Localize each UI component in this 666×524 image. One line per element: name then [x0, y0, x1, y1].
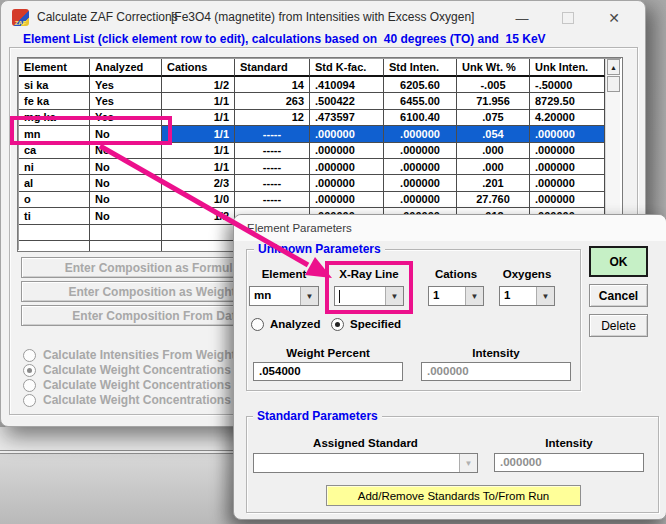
oxygens-dropdown-value: 1 — [500, 287, 536, 305]
table-cell: No — [90, 192, 162, 208]
cations-dropdown-value: 1 — [429, 287, 465, 305]
table-cell: -.005 — [457, 77, 530, 93]
table-row[interactable]: fe kaYes1/1263.5004226455.0071.9568729.5… — [19, 93, 606, 109]
specified-radio[interactable]: Specified — [331, 317, 401, 331]
table-cell: .410094 — [310, 77, 384, 93]
calc-mode-radio-3[interactable]: Calculate Weight Concentrations Fr — [23, 378, 246, 392]
chevron-down-icon[interactable]: ▼ — [465, 287, 483, 305]
standard-intensity-label: Intensity — [494, 437, 644, 449]
table-cell: 1/1 — [162, 159, 235, 175]
table-cell: .000000 — [530, 192, 605, 208]
table-cell: 14 — [235, 77, 310, 93]
standard-intensity-field[interactable]: .000000 — [494, 453, 644, 472]
specified-radio-label: Specified — [350, 318, 401, 330]
dialog-title-bar[interactable]: Element Parameters — [234, 215, 666, 241]
maximize-icon[interactable] — [551, 7, 585, 29]
analyzed-radio-label: Analyzed — [270, 318, 321, 330]
cations-dropdown[interactable]: 1 ▼ — [428, 286, 484, 306]
chevron-down-icon: ▼ — [459, 454, 477, 472]
table-cell: .000000 — [384, 126, 457, 142]
table-cell: o — [19, 192, 90, 208]
calc-mode-radio-2[interactable]: Calculate Weight Concentrations Fr — [23, 363, 246, 377]
table-cell: ----- — [235, 143, 310, 159]
table-cell: ni — [19, 159, 90, 175]
table-cell: 2/3 — [162, 175, 235, 191]
assigned-standard-value — [254, 454, 459, 472]
table-cell: 1/1 — [162, 126, 235, 142]
chevron-down-icon[interactable]: ▼ — [300, 287, 318, 305]
scrollbar-up-icon[interactable]: ▲ — [607, 59, 620, 75]
element-dropdown[interactable]: mn ▼ — [249, 286, 319, 306]
table-cell: .000000 — [530, 143, 605, 159]
minimize-icon[interactable]: — — [505, 7, 539, 29]
table-cell: No — [90, 159, 162, 175]
radio-icon — [23, 379, 36, 392]
calc-mode-radio-label: Calculate Weight Concentrations Fr — [43, 393, 246, 407]
table-header-row: ElementAnalyzedCationsStandardStd K-fac.… — [19, 59, 606, 77]
table-cell: -.50000 — [530, 77, 605, 93]
assigned-standard-dropdown[interactable]: ▼ — [253, 453, 478, 473]
table-cell: .000000 — [384, 175, 457, 191]
table-cell: 1/1 — [162, 143, 235, 159]
table-cell: 6100.40 — [384, 110, 457, 126]
table-cell: .500422 — [310, 93, 384, 109]
table-header-cell: Unk Wt. % — [457, 59, 530, 77]
calc-mode-radio-4[interactable]: Calculate Weight Concentrations Fr — [23, 393, 246, 407]
radio-icon — [23, 364, 36, 377]
table-cell: al — [19, 175, 90, 191]
table-row[interactable]: alNo2/3-----.000000.000000.201.000000 — [19, 175, 606, 191]
close-icon[interactable]: ✕ — [597, 7, 631, 29]
element-list-group-title: Element List (click element row to edit)… — [19, 32, 550, 46]
title-bar[interactable]: ZAF Calculate ZAF Corrections [Fe3O4 (ma… — [1, 1, 645, 33]
table-cell: 71.956 — [457, 93, 530, 109]
calc-mode-radio-1[interactable]: Calculate Intensities From Weight C — [23, 348, 247, 362]
table-cell — [90, 225, 162, 241]
table-cell: ----- — [235, 175, 310, 191]
table-cell — [19, 225, 90, 241]
table-cell: .000 — [457, 159, 530, 175]
table-cell: .201 — [457, 175, 530, 191]
table-cell: .473597 — [310, 110, 384, 126]
table-cell: .000000 — [384, 192, 457, 208]
table-cell: .000 — [457, 143, 530, 159]
table-cell: 1/0 — [162, 192, 235, 208]
table-header-cell: Cations — [162, 59, 235, 77]
scrollbar-thumb[interactable] — [607, 76, 620, 92]
table-cell — [162, 241, 235, 251]
cancel-button[interactable]: Cancel — [589, 284, 648, 307]
table-cell: 6205.60 — [384, 77, 457, 93]
unknown-intensity-field[interactable]: .000000 — [421, 362, 571, 381]
table-row[interactable]: si kaYes1/214.4100946205.60-.005-.50000 — [19, 77, 606, 93]
add-remove-standards-button[interactable]: Add/Remove Standards To/From Run — [326, 485, 581, 506]
annotation-rect-xray-line — [325, 261, 413, 314]
table-cell: ----- — [235, 159, 310, 175]
table-cell: .000000 — [310, 159, 384, 175]
table-header-cell: Std K-fac. — [310, 59, 384, 77]
table-cell: 6455.00 — [384, 93, 457, 109]
delete-button[interactable]: Delete — [589, 314, 648, 337]
weight-percent-field[interactable]: .054000 — [253, 362, 403, 381]
element-parameters-dialog: Element Parameters Unknown Parameters El… — [233, 214, 666, 520]
table-cell: 1/2 — [162, 208, 235, 224]
table-header-cell: Element — [19, 59, 90, 77]
table-row[interactable]: niNo1/1-----.000000.000000.000.000000 — [19, 159, 606, 175]
ok-button[interactable]: OK — [589, 246, 648, 277]
oxygens-dropdown[interactable]: 1 ▼ — [499, 286, 555, 306]
calc-mode-radio-label: Calculate Weight Concentrations Fr — [43, 378, 246, 392]
table-cell: Yes — [90, 77, 162, 93]
calc-mode-radio-label: Calculate Intensities From Weight C — [43, 348, 247, 362]
unknown-intensity-label: Intensity — [421, 347, 571, 359]
table-cell: 1/1 — [162, 93, 235, 109]
table-cell: .000000 — [310, 143, 384, 159]
table-cell: ca — [19, 143, 90, 159]
table-cell: No — [90, 143, 162, 159]
table-row[interactable]: oNo1/0-----.000000.00000027.760.000000 — [19, 192, 606, 208]
analyzed-radio[interactable]: Analyzed — [251, 317, 321, 331]
table-cell: .000000 — [310, 126, 384, 142]
table-header-cell: Unk Inten. — [530, 59, 605, 77]
table-row[interactable]: caNo1/1-----.000000.000000.000.000000 — [19, 143, 606, 159]
oxygens-label: Oxygens — [499, 268, 555, 280]
table-header-cell: Analyzed — [90, 59, 162, 77]
standard-parameters-title: Standard Parameters — [253, 409, 382, 423]
chevron-down-icon[interactable]: ▼ — [536, 287, 554, 305]
